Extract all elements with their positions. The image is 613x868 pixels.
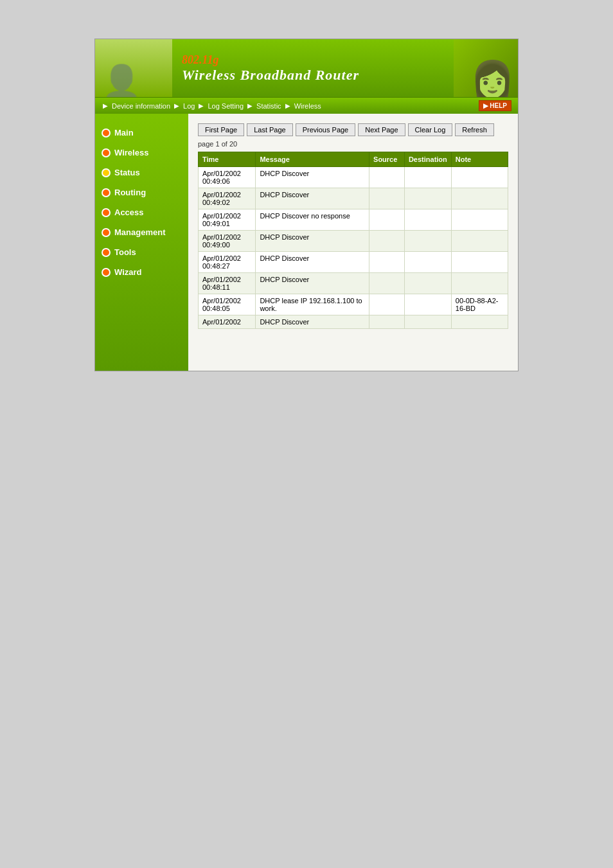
- cell-message: DHCP Discover: [256, 188, 369, 209]
- table-row: Apr/01/2002 00:49:01DHCP Discover no res…: [199, 209, 508, 231]
- cell-message: DHCP Discover: [256, 167, 369, 188]
- cell-note: [451, 167, 508, 188]
- navbar: ▶ Device information ▶ Log ▶ Log Setting…: [95, 97, 518, 114]
- sidebar-bullet-access: [102, 208, 111, 217]
- nav-log[interactable]: Log: [183, 102, 195, 110]
- cell-source: [369, 167, 405, 188]
- col-source: Source: [369, 152, 405, 167]
- next-page-button[interactable]: Next Page: [358, 123, 405, 136]
- cell-message: DHCP Discover: [256, 315, 369, 329]
- header-left-image: [95, 39, 172, 97]
- refresh-button[interactable]: Refresh: [455, 123, 494, 136]
- sidebar-bullet-management: [102, 228, 111, 237]
- sidebar-bullet-wireless: [102, 148, 111, 157]
- cell-message: DHCP Discover: [256, 273, 369, 294]
- main-layout: Main Wireless Status Routing Access Mana…: [95, 114, 518, 371]
- nav-arrow-icon-2: ▶: [174, 102, 179, 109]
- cell-source: [369, 188, 405, 209]
- nav-wireless[interactable]: Wireless: [294, 102, 321, 110]
- sidebar-item-wireless[interactable]: Wireless: [95, 143, 188, 162]
- header-person-left-decoration: [95, 39, 172, 97]
- cell-note: 00-0D-88-A2-16-BD: [451, 294, 508, 315]
- nav-device-info[interactable]: Device information: [112, 102, 170, 110]
- sidebar-bullet-main: [102, 128, 111, 137]
- col-note: Note: [451, 152, 508, 167]
- cell-destination: [404, 273, 451, 294]
- cell-time: Apr/01/2002 00:48:11: [199, 273, 256, 294]
- sidebar-bullet-tools: [102, 248, 111, 257]
- log-table: Time Message Source Destination Note Apr…: [198, 152, 508, 329]
- sidebar-label-tools: Tools: [114, 247, 136, 257]
- help-icon: ▶: [483, 102, 488, 109]
- clear-log-button[interactable]: Clear Log: [408, 123, 453, 136]
- table-row: Apr/01/2002DHCP Discover: [199, 315, 508, 329]
- cell-destination: [404, 188, 451, 209]
- sidebar-label-routing: Routing: [114, 188, 146, 197]
- sidebar-item-tools[interactable]: Tools: [95, 243, 188, 261]
- router-ui: 802.11g Wireless Broadband Router ▶ Devi…: [94, 39, 519, 371]
- cell-time: Apr/01/2002 00:48:05: [199, 294, 256, 315]
- cell-time: Apr/01/2002 00:49:00: [199, 231, 256, 252]
- header: 802.11g Wireless Broadband Router: [95, 39, 518, 97]
- table-row: Apr/01/2002 00:49:00DHCP Discover: [199, 231, 508, 252]
- cell-message: DHCP Discover: [256, 231, 369, 252]
- sidebar-item-main[interactable]: Main: [95, 123, 188, 142]
- cell-destination: [404, 209, 451, 231]
- sidebar-label-management: Management: [114, 227, 165, 237]
- sidebar-label-access: Access: [114, 208, 144, 217]
- help-button[interactable]: ▶ HELP: [479, 100, 511, 111]
- sidebar-label-status: Status: [114, 168, 140, 177]
- cell-source: [369, 315, 405, 329]
- sidebar-item-routing[interactable]: Routing: [95, 183, 188, 202]
- nav-log-setting[interactable]: Log Setting: [208, 102, 244, 110]
- header-center: 802.11g Wireless Broadband Router: [172, 39, 454, 97]
- sidebar-item-status[interactable]: Status: [95, 163, 188, 182]
- page-info: page 1 of 20: [198, 140, 508, 148]
- cell-note: [451, 315, 508, 329]
- cell-destination: [404, 315, 451, 329]
- col-time: Time: [199, 152, 256, 167]
- nav-statistic[interactable]: Statistic: [256, 102, 281, 110]
- sidebar-item-wizard[interactable]: Wizard: [95, 263, 188, 281]
- cell-time: Apr/01/2002 00:49:06: [199, 167, 256, 188]
- cell-source: [369, 273, 405, 294]
- cell-message: DHCP Discover: [256, 252, 369, 273]
- table-row: Apr/01/2002 00:48:11DHCP Discover: [199, 273, 508, 294]
- sidebar-item-management[interactable]: Management: [95, 223, 188, 242]
- sidebar-bullet-status: [102, 168, 111, 177]
- first-page-button[interactable]: First Page: [198, 123, 244, 136]
- cell-destination: [404, 294, 451, 315]
- content-area: First Page Last Page Previous Page Next …: [188, 114, 518, 371]
- cell-destination: [404, 167, 451, 188]
- sidebar-item-access[interactable]: Access: [95, 203, 188, 222]
- cell-message: DHCP lease IP 192.168.1.100 to work.: [256, 294, 369, 315]
- cell-note: [451, 188, 508, 209]
- cell-source: [369, 231, 405, 252]
- sidebar-bullet-wizard: [102, 268, 111, 277]
- product-model: 802.11g: [182, 53, 444, 67]
- header-right-image: [454, 39, 518, 97]
- product-name: Wireless Broadband Router: [182, 67, 444, 84]
- sidebar: Main Wireless Status Routing Access Mana…: [95, 114, 188, 371]
- col-destination: Destination: [404, 152, 451, 167]
- table-row: Apr/01/2002 00:49:06DHCP Discover: [199, 167, 508, 188]
- last-page-button[interactable]: Last Page: [247, 123, 293, 136]
- cell-time: Apr/01/2002 00:48:27: [199, 252, 256, 273]
- cell-message: DHCP Discover no response: [256, 209, 369, 231]
- nav-links: ▶ Device information ▶ Log ▶ Log Setting…: [102, 102, 321, 110]
- nav-arrow-icon-4: ▶: [247, 102, 253, 109]
- nav-arrow-icon-5: ▶: [285, 102, 290, 109]
- cell-source: [369, 294, 405, 315]
- previous-page-button[interactable]: Previous Page: [296, 123, 356, 136]
- col-message: Message: [256, 152, 369, 167]
- cell-time: Apr/01/2002 00:49:01: [199, 209, 256, 231]
- cell-note: [451, 209, 508, 231]
- cell-note: [451, 231, 508, 252]
- sidebar-label-main: Main: [114, 128, 134, 137]
- table-header-row: Time Message Source Destination Note: [199, 152, 508, 167]
- cell-time: Apr/01/2002: [199, 315, 256, 329]
- cell-note: [451, 252, 508, 273]
- table-row: Apr/01/2002 00:49:02DHCP Discover: [199, 188, 508, 209]
- sidebar-label-wizard: Wizard: [114, 267, 142, 277]
- table-row: Apr/01/2002 00:48:27DHCP Discover: [199, 252, 508, 273]
